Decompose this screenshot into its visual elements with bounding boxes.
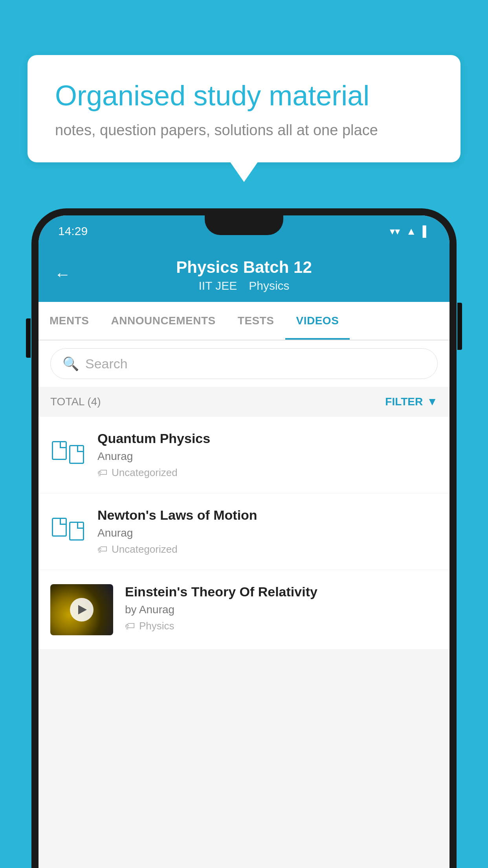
play-triangle-icon (78, 605, 87, 614)
video-info: Newton's Laws of Motion Anurag 🏷 Uncateg… (97, 508, 438, 555)
signal-icon: ▲ (406, 225, 416, 237)
video-tag-row: 🏷 Physics (125, 620, 438, 632)
video-thumbnail (50, 584, 113, 635)
list-item[interactable]: Einstein's Theory Of Relativity by Anura… (39, 570, 449, 650)
tag-physics: Physics (249, 279, 289, 292)
speech-bubble-section: Organised study material notes, question… (28, 55, 460, 162)
filter-bar: TOTAL (4) FILTER ▼ (39, 387, 449, 417)
video-tag: Uncategorized (112, 467, 178, 479)
list-item[interactable]: Newton's Laws of Motion Anurag 🏷 Uncateg… (39, 493, 449, 570)
search-icon: 🔍 (62, 356, 79, 371)
speech-bubble-subtitle: notes, question papers, solutions all at… (55, 122, 433, 139)
status-time: 14:29 (58, 224, 88, 238)
list-item[interactable]: Quantum Physics Anurag 🏷 Uncategorized (39, 417, 449, 493)
tabs-container: MENTS ANNOUNCEMENTS TESTS VIDEOS (39, 302, 449, 340)
filter-icon: ▼ (427, 395, 438, 408)
filter-label: FILTER (385, 395, 423, 408)
file-page-2 (69, 445, 84, 464)
file-icon-container (50, 511, 86, 547)
video-tag-row: 🏷 Uncategorized (97, 543, 438, 555)
video-tag-row: 🏷 Uncategorized (97, 467, 438, 479)
video-title: Quantum Physics (97, 431, 438, 446)
app-bar-title: Physics Batch 12 (176, 258, 312, 277)
status-bar: 14:29 ▾▾ ▲ ▌ (39, 215, 449, 247)
thumbnail-bg (50, 584, 113, 635)
video-title: Newton's Laws of Motion (97, 508, 438, 523)
file-icon (52, 518, 84, 541)
tag-iit-jee: IIT JEE (198, 279, 237, 292)
tab-tests[interactable]: TESTS (227, 302, 285, 340)
speech-bubble-title: Organised study material (55, 79, 433, 112)
phone-outer: 14:29 ▾▾ ▲ ▌ ← Physics Batch 12 IIT JEE … (31, 208, 457, 868)
file-icon (52, 441, 84, 464)
status-icons: ▾▾ ▲ ▌ (390, 225, 430, 237)
search-bar[interactable]: 🔍 Search (50, 348, 438, 379)
video-title: Einstein's Theory Of Relativity (125, 584, 438, 600)
speech-bubble: Organised study material notes, question… (28, 55, 460, 162)
video-author: Anurag (97, 527, 438, 539)
video-list: Quantum Physics Anurag 🏷 Uncategorized (39, 417, 449, 650)
tag-icon: 🏷 (97, 543, 108, 555)
search-container: 🔍 Search (39, 340, 449, 387)
tab-videos[interactable]: VIDEOS (285, 302, 350, 340)
back-button[interactable]: ← (54, 265, 71, 284)
phone-wrapper: 14:29 ▾▾ ▲ ▌ ← Physics Batch 12 IIT JEE … (31, 208, 457, 868)
wifi-icon: ▾▾ (390, 225, 400, 237)
video-author: Anurag (97, 450, 438, 463)
filter-button[interactable]: FILTER ▼ (385, 395, 438, 408)
file-page-1 (52, 518, 67, 537)
video-tag: Uncategorized (112, 543, 178, 555)
total-count: TOTAL (4) (50, 395, 101, 408)
phone-screen: 14:29 ▾▾ ▲ ▌ ← Physics Batch 12 IIT JEE … (39, 215, 449, 868)
app-bar-subtitle: IIT JEE Physics (198, 279, 289, 292)
search-placeholder: Search (85, 356, 128, 371)
file-page-1 (52, 441, 67, 460)
video-author: by Anurag (125, 603, 438, 616)
video-tag: Physics (139, 620, 174, 632)
tab-announcements[interactable]: ANNOUNCEMENTS (100, 302, 227, 340)
video-info: Einstein's Theory Of Relativity by Anura… (125, 584, 438, 632)
tag-icon: 🏷 (125, 620, 135, 632)
video-info: Quantum Physics Anurag 🏷 Uncategorized (97, 431, 438, 479)
battery-icon: ▌ (423, 225, 430, 237)
file-icon-container (50, 435, 86, 470)
app-bar: ← Physics Batch 12 IIT JEE Physics (39, 247, 449, 302)
tab-ments[interactable]: MENTS (39, 302, 100, 340)
play-button[interactable] (70, 598, 94, 622)
file-page-2 (69, 522, 84, 541)
tag-icon: 🏷 (97, 467, 108, 479)
